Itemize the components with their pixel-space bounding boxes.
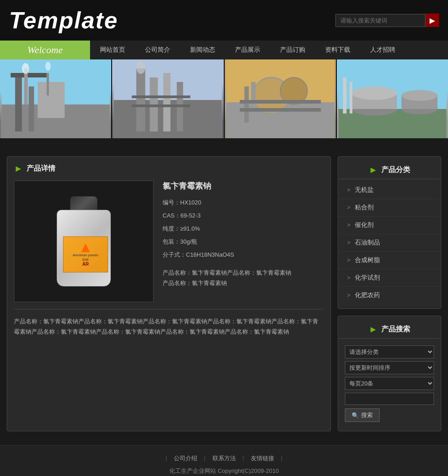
- footer-link-friends[interactable]: 友情链接: [244, 454, 281, 462]
- svg-rect-7: [47, 73, 49, 95]
- search-title: ► 产品搜索: [338, 321, 441, 339]
- nav-item-recruit[interactable]: 人才招聘: [360, 41, 405, 59]
- product-name-repeat2: 产品名称：氯卞青霉素钠: [163, 278, 324, 288]
- banner-image-2: [112, 59, 223, 138]
- category-item-5[interactable]: > 化学试剂: [338, 269, 441, 287]
- product-detail-panel: ► 产品详情 Aluminium powder铝粉 AR: [7, 156, 331, 431]
- category-arrow-icon: ►: [369, 165, 378, 175]
- spec-package: 包装：30g/瓶: [163, 236, 324, 248]
- svg-rect-26: [240, 108, 321, 112]
- nav-item-news[interactable]: 新闻动态: [180, 41, 225, 59]
- svg-point-34: [401, 90, 437, 101]
- category-title: ► 产品分类: [338, 161, 441, 179]
- nav-item-order[interactable]: 产品订购: [270, 41, 315, 59]
- nav-item-about[interactable]: 公司简介: [135, 41, 180, 59]
- search-submit-button[interactable]: 🔍 搜索: [345, 408, 380, 422]
- product-detail-title: ► 产品详情: [14, 163, 324, 174]
- svg-rect-17: [132, 104, 190, 107]
- spec-cas: CAS：69-52-3: [163, 210, 324, 222]
- product-name-repeat1: 产品名称：氯卞青霉素钠产品名称：氯卞青霉素钠: [163, 267, 324, 278]
- svg-point-9: [45, 62, 51, 71]
- nav-items: 网站首页 公司简介 新闻动态 产品展示 产品订购 资料下载 人才招聘: [90, 41, 448, 59]
- product-search-box: ► 产品搜索 请选择分类 按更新时间排序 每页20条 🔍 搜索: [338, 316, 441, 431]
- svg-point-31: [352, 86, 397, 100]
- svg-rect-23: [244, 86, 249, 122]
- category-item-0[interactable]: > 无机盐: [338, 181, 441, 199]
- svg-rect-14: [163, 73, 171, 131]
- product-names-section: 产品名称：氯卞青霉素钠产品名称：氯卞青霉素钠 产品名称：氯卞青霉素钠: [163, 267, 324, 289]
- spec-formula: 分子式：C16H18N3NaO4S: [163, 249, 324, 261]
- footer-link-contact[interactable]: 联系方法: [206, 454, 243, 462]
- item-arrow-icon: >: [347, 257, 350, 263]
- item-arrow-icon: >: [347, 240, 350, 246]
- banner: [0, 59, 448, 138]
- item-arrow-icon: >: [347, 187, 350, 193]
- product-bottle: Aluminium powder铝粉 AR: [54, 196, 113, 286]
- svg-rect-28: [338, 109, 446, 138]
- svg-rect-5: [24, 68, 28, 104]
- product-image-box: Aluminium powder铝粉 AR: [14, 181, 154, 302]
- bottle-label-logo: AR: [82, 262, 89, 267]
- bottle-label: Aluminium powder铝粉 AR: [63, 236, 108, 272]
- category-select[interactable]: 请选择分类: [345, 345, 434, 358]
- spec-code: 编号：HX1020: [163, 197, 324, 209]
- footer: | 公司介绍 | 联系方法 | 友情链接 | 化工生产企业网站 Copyrigh…: [0, 445, 448, 476]
- category-box: ► 产品分类 > 无机盐 > 粘合剂 > 催化剂 > 石油制品 > 合成树脂: [338, 156, 441, 309]
- category-item-6[interactable]: > 化肥农药: [338, 287, 441, 304]
- svg-rect-12: [136, 68, 145, 131]
- item-arrow-icon: >: [347, 275, 350, 281]
- bottle-label-text: Aluminium powder铝粉: [72, 253, 99, 261]
- site-logo: Template: [9, 7, 118, 34]
- svg-point-18: [136, 61, 145, 74]
- svg-rect-36: [349, 82, 352, 113]
- footer-links: | 公司介绍 | 联系方法 | 友情链接 |: [9, 454, 439, 462]
- search-magnifier-icon: 🔍: [352, 412, 359, 419]
- svg-rect-16: [132, 95, 190, 98]
- search-input[interactable]: [335, 14, 425, 27]
- item-arrow-icon: >: [347, 222, 350, 228]
- welcome-badge: Welcome: [0, 41, 90, 59]
- svg-point-8: [22, 63, 29, 74]
- sort-select[interactable]: 按更新时间排序: [345, 361, 434, 374]
- navigation: Welcome 网站首页 公司简介 新闻动态 产品展示 产品订购 资料下载 人才…: [0, 41, 448, 59]
- product-info: 氯卞青霉素钠 编号：HX1020 CAS：69-52-3 纯度：≥91.0% 包…: [163, 181, 324, 289]
- search-button[interactable]: ▶: [425, 14, 439, 27]
- svg-rect-3: [29, 86, 34, 131]
- search-area: ▶: [335, 14, 439, 27]
- nav-item-download[interactable]: 资料下载: [315, 41, 360, 59]
- sidebar: ► 产品分类 > 无机盐 > 粘合剂 > 催化剂 > 石油制品 > 合成树脂: [338, 156, 441, 431]
- category-item-1[interactable]: > 粘合剂: [338, 199, 441, 217]
- keyword-input[interactable]: [345, 393, 434, 405]
- category-item-2[interactable]: > 催化剂: [338, 217, 441, 234]
- item-arrow-icon: >: [347, 204, 350, 211]
- spec-purity: 纯度：≥91.0%: [163, 223, 324, 235]
- banner-image-1: [0, 59, 111, 138]
- main-content: ► 产品详情 Aluminium powder铝粉 AR: [0, 152, 448, 436]
- svg-rect-4: [11, 73, 47, 77]
- product-description: 产品名称：氯卞青霉素钠产品名称：氯卞青霉素钠产品名称：氯卞青霉素钠产品名称：氯卞…: [14, 309, 324, 337]
- banner-image-4: [337, 59, 448, 138]
- product-content: Aluminium powder铝粉 AR 氯卞青霉素钠 编号：HX1020 C…: [14, 181, 324, 337]
- banner-image-3: [225, 59, 336, 138]
- category-item-3[interactable]: > 石油制品: [338, 234, 441, 252]
- bottle-body: Aluminium powder铝粉 AR: [57, 210, 111, 286]
- nav-item-home[interactable]: 网站首页: [90, 41, 135, 59]
- header: Template ▶: [0, 0, 448, 41]
- item-arrow-icon: >: [347, 292, 350, 299]
- product-specs: 编号：HX1020 CAS：69-52-3 纯度：≥91.0% 包装：30g/瓶…: [163, 197, 324, 261]
- product-search-form: 请选择分类 按更新时间排序 每页20条 🔍 搜索: [338, 341, 441, 426]
- perpage-select[interactable]: 每页20条: [345, 377, 434, 390]
- svg-rect-25: [240, 100, 321, 104]
- gap-spacer: [0, 138, 448, 152]
- nav-item-products[interactable]: 产品展示: [225, 41, 270, 59]
- svg-rect-6: [38, 82, 65, 118]
- footer-copyright: 化工生产企业网站 Copyright(C)2009-2010: [9, 467, 439, 475]
- section-arrow-icon: ►: [14, 163, 23, 174]
- warning-icon: [81, 243, 90, 252]
- svg-rect-35: [343, 77, 346, 113]
- svg-rect-2: [15, 77, 22, 131]
- footer-link-about[interactable]: 公司介绍: [167, 454, 204, 462]
- category-item-4[interactable]: > 合成树脂: [338, 252, 441, 269]
- product-name: 氯卞青霉素钠: [163, 181, 324, 191]
- search-arrow-icon: ►: [369, 324, 378, 335]
